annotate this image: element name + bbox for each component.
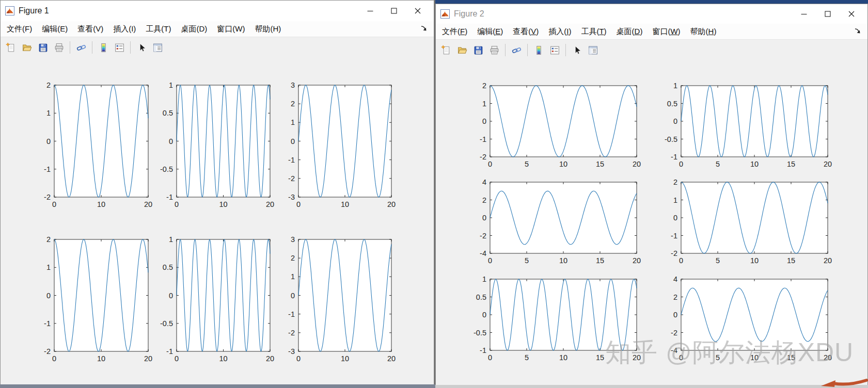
svg-text:-2: -2 [671,249,677,257]
svg-text:-2: -2 [480,232,486,240]
print-figure-button[interactable] [487,43,501,57]
svg-text:4: 4 [482,178,486,186]
orange-arrow-annotation [820,379,868,388]
insert-legend-button[interactable] [112,40,127,55]
svg-text:0: 0 [52,354,56,363]
svg-text:1: 1 [673,196,677,204]
svg-text:1: 1 [482,100,486,108]
subplot-axes: 05101520-4-2024 [465,175,645,269]
menu-item[interactable]: 插入(I) [548,27,571,37]
dock-figure-button[interactable] [854,27,861,35]
minimize-button[interactable] [358,1,382,21]
menu-item[interactable]: 帮助(H) [255,24,281,34]
subplot-1: 01020-2-1012 [29,78,156,213]
new-figure-button[interactable] [4,40,18,55]
save-figure-button[interactable] [471,43,485,57]
menu-item[interactable]: 编辑(E) [477,27,503,37]
figure2-menubar: 文件(F)编辑(E)查看(V)插入(I)工具(T)桌面(D)窗口(W)帮助(H) [436,24,867,40]
svg-text:1: 1 [673,82,677,90]
svg-text:0: 0 [673,311,677,319]
link-plot-button[interactable] [74,40,88,55]
subplot-2: 05101520-1-0.500.51 [656,79,836,172]
insert-colorbar-button[interactable] [96,40,111,55]
svg-text:1: 1 [291,118,295,126]
open-file-icon [457,45,468,56]
menu-item[interactable]: 查看(V) [77,24,103,34]
print-figure-icon [54,42,65,53]
svg-text:1: 1 [46,263,51,271]
menu-item[interactable]: 窗口(W) [652,27,680,37]
menu-item[interactable]: 工具(T) [581,27,606,37]
svg-text:0.5: 0.5 [476,293,486,301]
toolbar-separator [130,41,131,54]
svg-text:2: 2 [46,235,51,244]
property-inspector-button[interactable] [150,40,165,55]
svg-text:0: 0 [169,137,173,146]
matlab-figure-icon [440,9,450,19]
menu-item[interactable]: 文件(F) [7,24,32,34]
svg-text:-1: -1 [288,310,295,318]
maximize-button[interactable] [382,1,406,21]
menu-item[interactable]: 插入(I) [113,24,136,34]
svg-text:-1: -1 [166,193,173,201]
svg-text:15: 15 [596,160,604,168]
link-plot-button[interactable] [509,43,524,57]
save-figure-button[interactable] [36,40,50,55]
menu-item[interactable]: 编辑(E) [42,24,68,34]
edit-plot-button[interactable] [134,40,149,55]
svg-text:20: 20 [387,200,396,208]
figure1-toolbar [1,37,434,58]
menu-item[interactable]: 桌面(D) [617,27,643,37]
screenshot-stage: Figure 1 文件(F)编辑(E)查看(V)插入(I)工具(T)桌面(D)窗… [0,0,868,388]
subplot-axes: 01020-2-1012 [29,78,156,213]
svg-text:20: 20 [633,256,641,265]
svg-text:-1: -1 [480,135,486,143]
svg-text:2: 2 [46,81,51,89]
svg-text:-1: -1 [44,165,51,173]
menu-item[interactable]: 查看(V) [513,27,539,37]
subplot-axes: 01020-3-2-10123 [274,233,400,367]
close-button[interactable] [406,1,430,21]
svg-text:-2: -2 [44,347,51,355]
maximize-button[interactable] [816,4,840,24]
svg-text:1: 1 [482,275,486,283]
edit-plot-button[interactable] [570,43,584,57]
figure2-titlebar[interactable]: Figure 2 [436,4,867,24]
svg-text:2: 2 [482,196,486,204]
figure1-titlebar[interactable]: Figure 1 [1,1,434,21]
insert-legend-button[interactable] [547,43,562,57]
menu-item[interactable]: 文件(F) [442,27,467,37]
svg-text:0: 0 [169,292,173,300]
svg-text:2: 2 [291,100,295,108]
subplot-4: 05101520-2-1012 [656,175,836,269]
subplot-axes: 05101520-2-1012 [656,175,836,269]
close-button[interactable] [840,4,863,24]
menu-item[interactable]: 工具(T) [146,24,171,34]
subplot-axes: 05101520-1-0.500.51 [656,79,836,172]
insert-legend-icon [114,42,125,53]
minimize-button[interactable] [792,4,816,24]
subplot-2: 01020-1-0.500.51 [152,78,278,213]
dock-figure-button[interactable] [420,25,428,32]
figure2-window: Figure 2 文件(F)编辑(E)查看(V)插入(I)工具(T)桌面(D)窗… [435,4,868,385]
svg-text:-3: -3 [288,347,295,355]
figure2-window-controls [792,4,863,24]
menu-item[interactable]: 桌面(D) [181,24,207,34]
menu-item[interactable]: 窗口(W) [217,24,245,34]
svg-text:5: 5 [525,160,529,168]
figure2-toolbar [436,40,867,61]
open-file-button[interactable] [455,43,469,57]
svg-text:10: 10 [341,200,349,208]
print-figure-button[interactable] [52,40,66,55]
open-file-button[interactable] [20,40,34,55]
open-file-icon [22,42,33,53]
new-figure-button[interactable] [439,43,453,57]
menu-item[interactable]: 帮助(H) [690,27,717,37]
svg-text:4: 4 [673,275,677,283]
save-figure-icon [38,42,49,53]
toolbar-separator [527,44,528,56]
insert-colorbar-button[interactable] [531,43,546,57]
watermark: 知乎 @阿尔法杨XDU [605,335,854,370]
property-inspector-button[interactable] [586,43,600,57]
subplot-axes: 01020-1-0.500.51 [152,78,278,213]
